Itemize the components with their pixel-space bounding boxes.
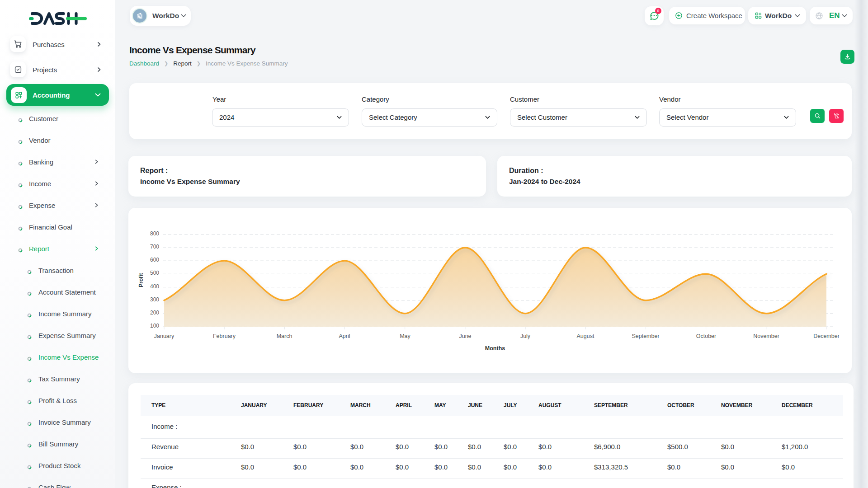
svg-text:October: October bbox=[696, 333, 716, 339]
svg-text:200: 200 bbox=[150, 310, 159, 316]
svg-text:500: 500 bbox=[150, 270, 159, 276]
svg-text:January: January bbox=[154, 333, 175, 339]
svg-text:100: 100 bbox=[150, 323, 159, 329]
svg-text:Months: Months bbox=[485, 345, 505, 352]
svg-text:July: July bbox=[520, 333, 531, 339]
svg-text:November: November bbox=[753, 333, 779, 339]
svg-text:400: 400 bbox=[150, 283, 159, 290]
svg-text:May: May bbox=[400, 333, 410, 339]
svg-text:800: 800 bbox=[150, 230, 159, 237]
svg-text:March: March bbox=[277, 333, 292, 339]
svg-text:600: 600 bbox=[150, 257, 159, 263]
svg-text:September: September bbox=[632, 333, 659, 339]
svg-text:Profit: Profit bbox=[138, 273, 144, 287]
svg-text:June: June bbox=[459, 333, 471, 339]
svg-text:August: August bbox=[577, 333, 594, 339]
svg-text:February: February bbox=[213, 333, 236, 339]
svg-text:April: April bbox=[339, 333, 350, 339]
svg-text:December: December bbox=[813, 333, 840, 339]
svg-text:300: 300 bbox=[150, 296, 159, 303]
svg-text:700: 700 bbox=[150, 244, 159, 250]
